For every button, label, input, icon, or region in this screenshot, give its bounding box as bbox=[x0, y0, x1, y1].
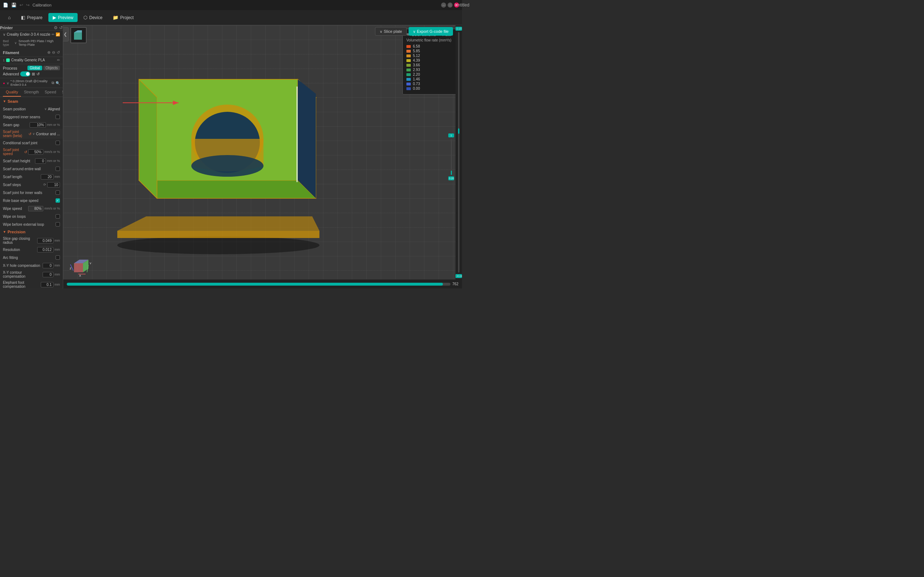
config-copy-icon[interactable]: ⧉ bbox=[52, 81, 54, 85]
scroll-thumb[interactable] bbox=[458, 128, 459, 134]
printer-settings-icon[interactable]: ⚙ bbox=[54, 25, 58, 30]
role-base-checkbox[interactable]: ✓ bbox=[56, 198, 60, 203]
scroll-bottom-value: 43.88 bbox=[456, 274, 462, 278]
filament-remove-icon[interactable]: ⊖ bbox=[52, 50, 55, 55]
legend-item: 4.39 bbox=[406, 58, 456, 62]
legend-color-swatch bbox=[406, 64, 411, 67]
settings-tabs: Quality Strength Speed Support Others No… bbox=[0, 88, 63, 97]
objects-tag[interactable]: Objects bbox=[43, 66, 60, 70]
orientation-cube: X Y Z bbox=[69, 254, 90, 276]
slice-gap-value: mm bbox=[37, 238, 60, 243]
settings-list: ▼ Seam Seam position ∨ Aligned Staggered… bbox=[0, 97, 63, 288]
scarf-start-label: Scarf start height bbox=[3, 159, 35, 163]
scarf-length-value: mm bbox=[41, 174, 60, 180]
wipe-loops-label: Wipe on loops bbox=[3, 214, 56, 219]
scarf-joint-reset-icon[interactable]: ↺ bbox=[29, 132, 31, 136]
compare-icon[interactable]: ⊞ bbox=[32, 72, 35, 76]
export-label: Export G-code file bbox=[417, 29, 449, 34]
minimize-btn[interactable]: ─ bbox=[441, 3, 446, 8]
scarf-start-unit: mm or % bbox=[47, 159, 60, 163]
layer-scrollbar[interactable]: 0.157 43.88 bbox=[456, 25, 462, 279]
advanced-toggle[interactable] bbox=[20, 71, 30, 76]
legend-item: 0.73 bbox=[406, 82, 456, 86]
xy-hole-unit: mm bbox=[55, 264, 60, 267]
seam-gap-unit: mm or % bbox=[47, 123, 60, 127]
tab-speed[interactable]: Speed bbox=[42, 88, 59, 97]
resolution-input[interactable] bbox=[37, 247, 53, 253]
staggered-checkbox[interactable] bbox=[56, 115, 60, 119]
scarf-around-checkbox[interactable] bbox=[56, 167, 60, 171]
scarf-speed-reset-icon[interactable]: ↺ bbox=[24, 150, 27, 154]
global-tag[interactable]: Global bbox=[27, 66, 42, 70]
progress-fill bbox=[67, 283, 443, 285]
wipe-speed-label: Wipe speed bbox=[3, 206, 28, 211]
seam-position-select[interactable]: Aligned bbox=[48, 107, 60, 111]
scarf-start-input[interactable] bbox=[35, 158, 46, 164]
wipe-external-checkbox[interactable] bbox=[56, 222, 60, 226]
edit-printer-icon[interactable]: ✏ bbox=[52, 32, 55, 36]
scarf-inner-checkbox[interactable] bbox=[56, 190, 60, 195]
scarf-speed-input[interactable] bbox=[28, 149, 43, 155]
xy-contour-input[interactable] bbox=[43, 272, 53, 277]
reset-icon[interactable]: ↺ bbox=[36, 72, 40, 76]
process-section: Process Global Objects Advanced ⊞ ↺ bbox=[0, 64, 63, 78]
svg-text:Z: Z bbox=[69, 267, 71, 270]
nav-home[interactable]: ⌂ bbox=[3, 13, 15, 22]
nav-project[interactable]: 📁 Project bbox=[108, 13, 138, 22]
seam-collapse-icon[interactable]: ▼ bbox=[3, 100, 6, 103]
tab-strength[interactable]: Strength bbox=[21, 88, 42, 97]
nav-device[interactable]: ⬡ Device bbox=[79, 13, 107, 22]
slice-dropdown-icon: ∨ bbox=[380, 29, 382, 34]
resolution-value: mm bbox=[37, 247, 60, 253]
elephant-value: mm bbox=[41, 282, 60, 287]
scarf-joint-select[interactable]: Contour and ... bbox=[36, 132, 60, 136]
printer-sync-icon[interactable]: ↺ bbox=[59, 25, 63, 30]
nav-prepare[interactable]: ◧ Prepare bbox=[16, 13, 47, 22]
tab-quality[interactable]: Quality bbox=[3, 88, 21, 97]
viewport[interactable]: ❮ bbox=[63, 25, 462, 288]
advanced-row: Advanced ⊞ ↺ bbox=[3, 71, 40, 76]
nav-preview[interactable]: ▶ Preview bbox=[48, 13, 78, 22]
export-gcode-btn[interactable]: ∨ Export G-code file bbox=[409, 27, 453, 36]
bed-type-value[interactable]: Smooth PEI Plate / High Temp Plate bbox=[18, 39, 60, 47]
redo-icon[interactable]: ↪ bbox=[26, 3, 30, 8]
tab-support[interactable]: Support bbox=[59, 88, 63, 97]
bottom-progress-bar: 762 bbox=[63, 279, 462, 288]
scarf-joint-row: Scarf joint seam (beta) ↺ ∨ Contour and … bbox=[0, 129, 63, 139]
collapse-panel-btn[interactable]: ❮ bbox=[63, 27, 69, 42]
slice-plate-btn[interactable]: ∨ Slice plate bbox=[375, 27, 407, 36]
maximize-btn[interactable]: □ bbox=[447, 3, 452, 8]
wifi-icon[interactable]: 📶 bbox=[56, 32, 60, 36]
slice-gap-input[interactable] bbox=[37, 238, 53, 243]
elephant-input[interactable] bbox=[41, 282, 53, 287]
precision-section-header: ▼ Precision bbox=[0, 228, 63, 235]
printer-name: ∨ Creality Ender-3 0.4 nozzle ✏ 📶 bbox=[0, 31, 63, 38]
xy-hole-row: X-Y hole compensation mm bbox=[0, 261, 63, 269]
progress-track[interactable] bbox=[67, 283, 451, 285]
svg-marker-1 bbox=[74, 30, 82, 32]
scroll-track[interactable] bbox=[458, 32, 459, 272]
calibration-label[interactable]: Calibration bbox=[32, 3, 52, 7]
arc-fitting-checkbox[interactable] bbox=[56, 255, 60, 259]
conditional-scarf-checkbox[interactable] bbox=[56, 141, 60, 145]
scarf-steps-input[interactable] bbox=[47, 182, 60, 187]
edit-filament-icon[interactable]: ✏ bbox=[57, 58, 60, 62]
filament-sync-icon[interactable]: ↺ bbox=[57, 50, 60, 55]
undo-icon[interactable]: ↩ bbox=[19, 3, 23, 8]
seam-gap-input[interactable] bbox=[30, 122, 46, 128]
wipe-speed-input[interactable] bbox=[28, 206, 43, 211]
wipe-loops-checkbox[interactable] bbox=[56, 214, 60, 219]
process-label: Process bbox=[3, 66, 17, 70]
config-search-icon[interactable]: 🔍 bbox=[56, 81, 60, 85]
legend-items: 6.58 5.85 5.12 4.39 3.66 2.93 2.20 1.46 … bbox=[406, 44, 456, 90]
xy-hole-input[interactable] bbox=[43, 263, 53, 268]
layer-scroll-2: 1 0.20 bbox=[448, 134, 454, 180]
model-thumbnail[interactable] bbox=[70, 27, 87, 43]
precision-collapse-icon[interactable]: ▼ bbox=[3, 230, 6, 234]
resolution-unit: mm bbox=[55, 248, 60, 251]
scarf-length-input[interactable] bbox=[41, 174, 53, 180]
save-icon[interactable]: 💾 bbox=[11, 3, 16, 8]
filament-section: Filament ⊕ ⊖ ↺ bbox=[0, 48, 63, 57]
filament-add-icon[interactable]: ⊕ bbox=[47, 50, 50, 55]
preview-label: Preview bbox=[58, 15, 74, 20]
